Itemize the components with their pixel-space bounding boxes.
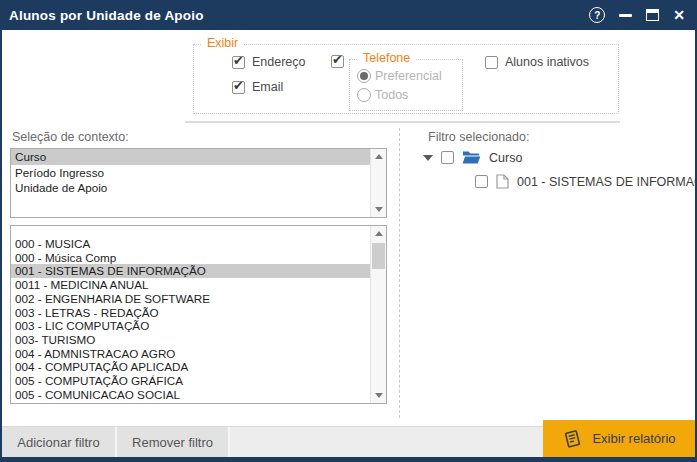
list-item[interactable]: 004 - COMPUTAÇÃO APLICADA [11, 360, 370, 374]
chevron-down-icon[interactable] [423, 155, 433, 161]
list-item[interactable]: 005 - COMUNICACAO SOCIAL [11, 388, 370, 402]
telefone-legend: Telefone [358, 51, 415, 65]
list-item[interactable]: 003 - LIC COMPUTAÇÃO [11, 319, 370, 333]
courses-list: 000 - MUSICA000 - Música Comp001 - SISTE… [11, 226, 370, 403]
minimize-icon[interactable] [619, 14, 632, 17]
help-icon[interactable]: ? [589, 7, 605, 23]
checkbox-telefone-box[interactable] [331, 55, 344, 68]
show-report-label: Exibir relatório [592, 431, 675, 446]
tree-node-course: 001 - SISTEMAS DE INFORMAÇÃO [475, 174, 695, 189]
list-item[interactable]: 006 - FILOSOFIA [11, 401, 370, 403]
list-item[interactable]: 003- TURISMO [11, 333, 370, 347]
list-item[interactable]: 001 - SISTEMAS DE INFORMAÇÃO [11, 264, 370, 278]
exibir-fieldset: Exibir Endereço Email Telefone Preferenc… [193, 44, 619, 114]
context-list: CursoPeríodo IngressoUnidade de Apoio [11, 149, 370, 217]
list-item[interactable]: 004 - ADMNISTRACAO AGRO [11, 347, 370, 361]
checkbox-email-box[interactable] [232, 81, 245, 94]
panel-divider [399, 128, 400, 418]
list-item[interactable]: 003 - LETRAS - REDAÇÃO [11, 306, 370, 320]
scroll-down-icon[interactable] [371, 202, 386, 217]
page-title: Alunos por Unidade de Apoio [9, 8, 204, 23]
maximize-icon[interactable] [646, 9, 659, 21]
add-filter-button[interactable]: Adicionar filtro [2, 427, 117, 457]
courses-listbox[interactable]: 000 - MUSICA000 - Música Comp001 - SISTE… [10, 225, 387, 404]
tree-checkbox-course[interactable] [475, 175, 488, 188]
remove-filter-button[interactable]: Remover filtro [117, 427, 230, 457]
radio-todos-circle[interactable] [357, 88, 371, 102]
scroll-up-icon[interactable] [371, 226, 386, 241]
exibir-legend: Exibir [202, 36, 243, 50]
filter-label: Filtro selecionado: [428, 130, 529, 144]
checkbox-alunos-inativos-box[interactable] [485, 56, 498, 69]
checkbox-telefone[interactable] [331, 55, 344, 68]
folder-open-icon [462, 150, 481, 165]
radio-preferencial-circle[interactable] [357, 69, 371, 83]
courses-scrollbar[interactable] [370, 226, 386, 403]
radio-todos[interactable]: Todos [357, 88, 408, 102]
title-bar: Alunos por Unidade de Apoio ? ✕ [0, 0, 697, 30]
context-scrollbar[interactable] [370, 149, 386, 217]
dialog-content: Exibir Endereço Email Telefone Preferenc… [2, 30, 695, 457]
list-item[interactable]: Período Ingresso [11, 165, 370, 181]
scroll-down-icon[interactable] [371, 388, 386, 403]
checkbox-endereco-box[interactable] [232, 56, 245, 69]
checkbox-alunos-inativos[interactable]: Alunos inativos [485, 55, 589, 69]
scroll-up-icon[interactable] [371, 149, 386, 164]
context-label: Seleção de contexto: [12, 130, 129, 144]
list-item[interactable]: Unidade de Apoio [11, 180, 370, 196]
document-icon [496, 174, 509, 189]
tree-checkbox-curso[interactable] [441, 151, 454, 164]
checkbox-endereco[interactable]: Endereço [232, 55, 306, 69]
horizontal-separator [185, 121, 620, 123]
scrollbar-thumb[interactable] [372, 243, 385, 269]
list-item[interactable]: 000 - MUSICA [11, 237, 370, 251]
list-item[interactable]: Curso [11, 149, 370, 165]
dialog-window: Alunos por Unidade de Apoio ? ✕ Exibir E… [0, 0, 697, 462]
report-icon [562, 429, 582, 449]
show-report-button[interactable]: Exibir relatório [543, 420, 695, 457]
radio-preferencial[interactable]: Preferencial [357, 69, 442, 83]
context-listbox[interactable]: CursoPeríodo IngressoUnidade de Apoio [10, 148, 387, 218]
list-item[interactable]: 000 - Música Comp [11, 251, 370, 265]
list-item[interactable]: 0011 - MEDICINA ANUAL [11, 278, 370, 292]
telefone-fieldset: Telefone Preferencial Todos [349, 59, 463, 111]
list-item[interactable]: 002 - ENGENHARIA DE SOFTWARE [11, 292, 370, 306]
checkbox-email[interactable]: Email [232, 80, 283, 94]
titlebar-icons: ? ✕ [589, 7, 685, 23]
list-item[interactable]: 005 - COMPUTAÇÃO GRÁFICA [11, 374, 370, 388]
tree-node-curso: Curso [423, 150, 522, 165]
close-icon[interactable]: ✕ [673, 8, 685, 22]
